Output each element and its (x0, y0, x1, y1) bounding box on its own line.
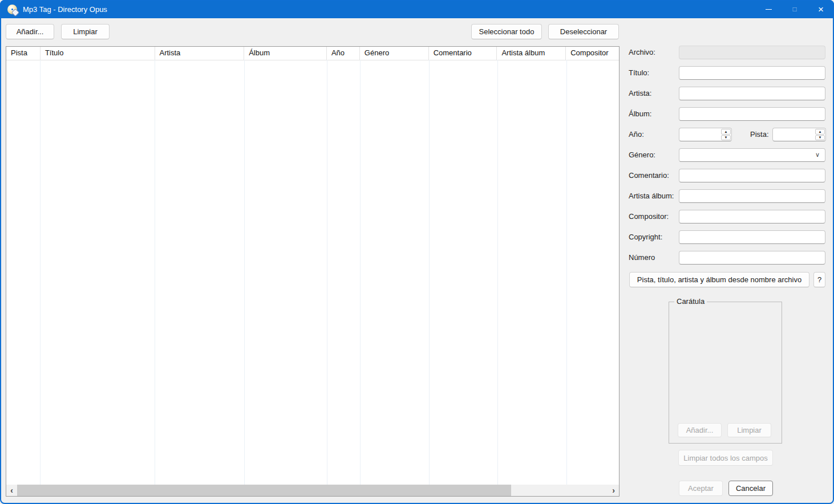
compositor-input[interactable] (679, 210, 825, 223)
spin-up-button[interactable]: ▲ (721, 129, 731, 135)
column-header-album[interactable]: Álbum (244, 47, 327, 60)
tags-from-filename-button[interactable]: Pista, título, artista y álbum desde nom… (629, 272, 809, 287)
track-list[interactable]: Pista Título Artista Álbum Año Género Co… (6, 46, 620, 497)
scrollbar-thumb[interactable] (17, 485, 511, 496)
numero-input[interactable] (679, 251, 825, 265)
column-header-pista[interactable]: Pista (6, 47, 41, 60)
spin-down-icon: ▼ (724, 136, 728, 139)
scroll-left-icon: ‹ (10, 486, 13, 495)
minimize-button[interactable] (755, 0, 782, 18)
cancel-button[interactable]: Cancelar (728, 481, 773, 496)
deselect-button[interactable]: Deseleccionar (548, 24, 619, 39)
album-label: Álbum: (629, 109, 651, 118)
anio-spinner[interactable]: ▲ ▼ (679, 128, 732, 141)
close-icon: × (818, 5, 824, 14)
grid-line (40, 60, 41, 485)
window-controls: □ × (755, 0, 834, 18)
comentario-input[interactable] (679, 169, 825, 182)
pista-spin-buttons: ▲ ▼ (815, 129, 825, 140)
copyright-input[interactable] (679, 230, 825, 244)
cover-art-box (669, 302, 782, 444)
column-header-compositor[interactable]: Compositor (566, 47, 619, 60)
window-title: Mp3 Tag - Directory Opus (23, 5, 107, 14)
compositor-label: Compositor: (629, 212, 669, 221)
spin-up-icon: ▲ (819, 130, 822, 133)
grid-line (244, 60, 245, 485)
archivo-field (679, 46, 825, 59)
column-header-artista[interactable]: Artista (155, 47, 245, 60)
column-header-genero[interactable]: Género (360, 47, 429, 60)
title-bar[interactable]: Mp3 Tag - Directory Opus □ × (0, 0, 834, 18)
pista-spinner[interactable]: ▲ ▼ (772, 128, 826, 141)
accept-button[interactable]: Aceptar (679, 481, 723, 496)
spin-up-icon: ▲ (724, 130, 728, 133)
help-button[interactable]: ? (813, 272, 825, 287)
titulo-label: Título: (629, 68, 649, 77)
maximize-button[interactable]: □ (782, 0, 808, 18)
artista-label: Artista: (629, 89, 651, 97)
chevron-down-icon: ∨ (815, 151, 820, 158)
archivo-label: Archivo: (629, 48, 655, 56)
column-header-anio[interactable]: Año (327, 47, 360, 60)
anio-spin-buttons: ▲ ▼ (721, 129, 731, 140)
titulo-input[interactable] (679, 66, 825, 80)
comentario-label: Comentario: (629, 171, 669, 180)
spin-down-button[interactable]: ▼ (721, 135, 731, 141)
spin-up-button[interactable]: ▲ (815, 129, 825, 135)
maximize-icon: □ (792, 6, 796, 13)
numero-label: Número (629, 253, 655, 262)
horizontal-scrollbar[interactable]: ‹ › (6, 485, 619, 496)
cover-add-button[interactable]: Añadir... (678, 423, 722, 437)
track-list-header: Pista Título Artista Álbum Año Género Co… (6, 47, 619, 60)
clear-all-fields-button[interactable]: Limpiar todos los campos (678, 450, 773, 466)
minimize-icon (766, 9, 772, 10)
spin-down-button[interactable]: ▼ (815, 135, 825, 141)
grid-line (327, 60, 327, 485)
grid-line (566, 60, 567, 485)
column-header-artista-album[interactable]: Artista álbum (497, 47, 566, 60)
artista-input[interactable] (679, 87, 825, 100)
grid-line (360, 60, 361, 485)
column-header-comentario[interactable]: Comentario (429, 47, 497, 60)
select-all-button[interactable]: Seleccionar todo (471, 24, 542, 39)
anio-label: Año: (629, 130, 644, 139)
spin-down-icon: ▼ (819, 136, 822, 139)
artista-album-input[interactable] (679, 189, 825, 203)
genero-label: Género: (629, 151, 655, 159)
close-button[interactable]: × (808, 0, 834, 18)
clear-list-button[interactable]: Limpiar (61, 24, 110, 39)
scroll-right-icon: › (612, 486, 615, 495)
grid-line (497, 60, 498, 485)
grid-line (429, 60, 430, 485)
genero-combobox[interactable]: ∨ (679, 148, 825, 162)
pista-label: Pista: (750, 130, 769, 139)
copyright-label: Copyright: (629, 233, 662, 241)
scroll-left-button[interactable]: ‹ (6, 485, 17, 496)
cover-art-legend: Carátula (674, 297, 707, 306)
scroll-right-button[interactable]: › (608, 485, 619, 496)
artista-album-label: Artista álbum: (629, 192, 674, 200)
album-input[interactable] (679, 107, 825, 121)
app-icon (7, 5, 17, 14)
add-files-button[interactable]: Añadir... (6, 24, 54, 39)
grid-line (155, 60, 155, 485)
cover-clear-button[interactable]: Limpiar (727, 423, 771, 437)
column-header-titulo[interactable]: Título (41, 47, 155, 60)
